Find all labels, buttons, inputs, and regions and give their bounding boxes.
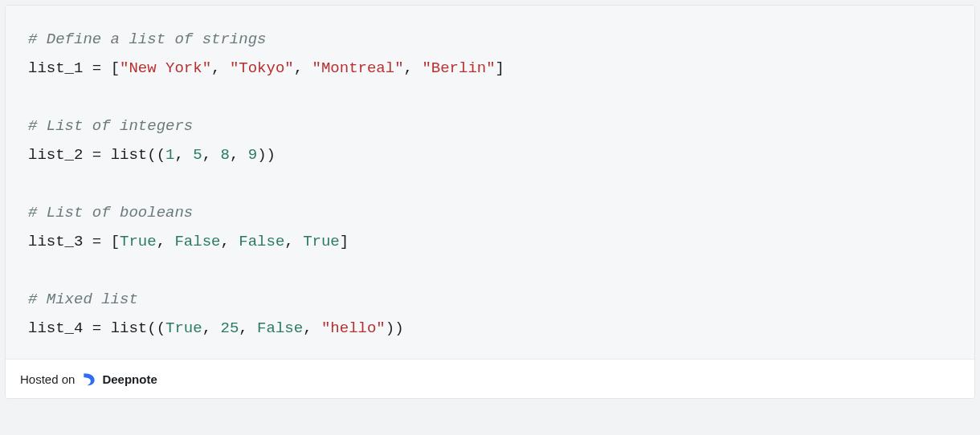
embed-card: # Define a list of strings list_1 = ["Ne… <box>5 5 975 399</box>
comment-bools: # List of booleans <box>28 204 193 222</box>
deepnote-logo-icon <box>81 371 97 387</box>
builtin-list: list <box>111 319 148 337</box>
str-montreal: "Montreal" <box>312 59 404 77</box>
assign-op: = <box>83 146 110 164</box>
bool-true: True <box>303 233 340 250</box>
canvas: # Define a list of strings list_1 = ["Ne… <box>0 0 980 435</box>
str-hello: "hello" <box>321 319 386 337</box>
str-newyork: "New York" <box>120 59 211 77</box>
open-dparen: (( <box>147 319 165 337</box>
comma: , <box>230 146 248 164</box>
assign-op: = <box>83 319 110 337</box>
builtin-list: list <box>111 146 148 164</box>
comma: , <box>239 319 257 337</box>
close-bracket: ] <box>340 233 349 250</box>
comma: , <box>157 233 175 250</box>
assign-op: = <box>83 59 110 77</box>
num-1: 1 <box>165 146 174 164</box>
footer-brand: Deepnote <box>102 372 157 386</box>
comma: , <box>202 319 221 337</box>
bool-false: False <box>239 233 284 250</box>
close-dparen: )) <box>386 319 404 337</box>
close-dparen: )) <box>257 146 276 164</box>
comma: , <box>284 233 303 250</box>
footer-hosted-on[interactable]: Hosted on Deepnote <box>6 360 974 398</box>
comma: , <box>202 146 221 164</box>
code-content: # Define a list of strings list_1 = ["Ne… <box>28 25 952 343</box>
comma: , <box>303 319 321 337</box>
comment-ints: # List of integers <box>28 117 193 135</box>
open-dparen: (( <box>147 146 165 164</box>
bool-false: False <box>174 233 220 250</box>
footer-prefix: Hosted on <box>20 372 75 386</box>
var-list3: list_3 <box>28 233 83 250</box>
num-5: 5 <box>193 146 202 164</box>
close-bracket: ] <box>496 59 504 77</box>
num-8: 8 <box>221 146 230 164</box>
code-block: # Define a list of strings list_1 = ["Ne… <box>6 6 974 360</box>
comment-mixed: # Mixed list <box>28 291 138 308</box>
comma: , <box>211 59 230 77</box>
num-25: 25 <box>220 319 239 337</box>
bool-true: True <box>120 233 157 250</box>
var-list4: list_4 <box>28 319 83 337</box>
var-list1: list_1 <box>28 59 83 77</box>
comma: , <box>404 59 423 77</box>
bool-false: False <box>257 319 303 337</box>
comma: , <box>220 233 239 250</box>
var-list2: list_2 <box>28 146 83 164</box>
open-bracket: [ <box>111 59 120 77</box>
bool-true: True <box>165 319 202 337</box>
assign-op: = <box>83 233 110 250</box>
comma: , <box>294 59 312 77</box>
num-9: 9 <box>248 146 257 164</box>
str-tokyo: "Tokyo" <box>230 59 294 77</box>
comment-strings: # Define a list of strings <box>28 30 266 48</box>
comma: , <box>174 146 193 164</box>
open-bracket: [ <box>111 233 120 250</box>
str-berlin: "Berlin" <box>422 59 495 77</box>
